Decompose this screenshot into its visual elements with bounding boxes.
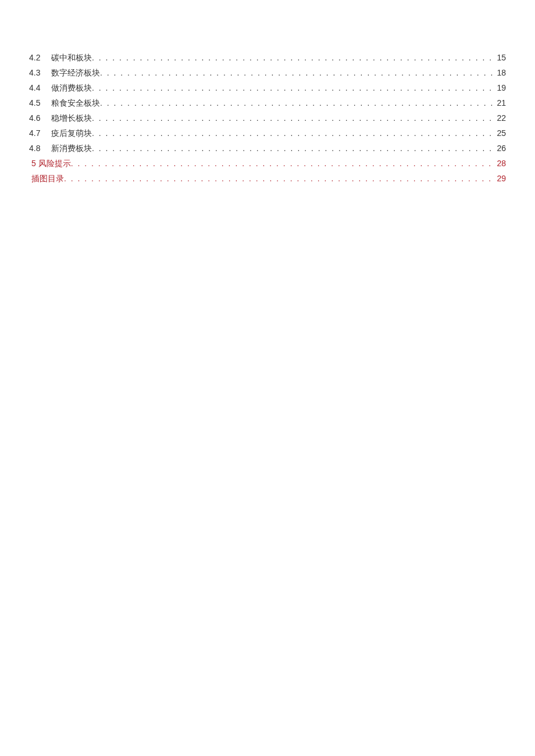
toc-title: 粮食安全板块 <box>49 95 100 110</box>
toc-entry[interactable]: 4.5 粮食安全板块 21 <box>29 95 506 110</box>
toc-entry[interactable]: 4.2 碳中和板块 15 <box>29 50 506 65</box>
toc-page-number: 25 <box>494 126 506 141</box>
toc-page-number: 26 <box>494 141 506 156</box>
toc-number: 4.8 <box>29 141 49 156</box>
toc-entry[interactable]: 4.4 做消费板块 19 <box>29 80 506 95</box>
toc-entry[interactable]: 4.3 数字经济板块 18 <box>29 65 506 80</box>
toc-leader-dots <box>100 95 494 110</box>
toc-number: 4.2 <box>29 50 49 65</box>
toc-entry-top[interactable]: 5 风险提示 28 <box>29 156 506 171</box>
toc-leader-dots <box>92 141 494 156</box>
toc-leader-dots <box>71 156 494 171</box>
toc-title: 数字经济板块 <box>49 65 100 80</box>
toc-number: 4.3 <box>29 65 49 80</box>
toc-leader-dots <box>92 110 494 126</box>
document-page: 4.2 碳中和板块 15 4.3 数字经济板块 18 4.4 做消费板块 19 … <box>0 0 535 186</box>
toc-number: 4.5 <box>29 95 49 110</box>
toc-title: 5 风险提示 <box>29 156 71 171</box>
toc-number: 4.6 <box>29 110 49 126</box>
toc-title: 新消费板块 <box>49 141 92 156</box>
toc-title: 碳中和板块 <box>49 50 92 65</box>
toc-entry[interactable]: 4.6 稳增长板块 22 <box>29 110 506 126</box>
toc-title: 疫后复萌块 <box>49 126 92 141</box>
toc-title: 做消费板块 <box>49 80 92 95</box>
toc-page-number: 22 <box>494 110 506 126</box>
toc-title: 插图目录 <box>29 171 64 186</box>
toc-page-number: 28 <box>494 156 506 171</box>
toc-entry-top[interactable]: 插图目录 29 <box>29 171 506 186</box>
toc-entry[interactable]: 4.7 疫后复萌块 25 <box>29 126 506 141</box>
toc-number: 4.7 <box>29 126 49 141</box>
toc-leader-dots <box>100 65 494 80</box>
toc-page-number: 18 <box>494 65 506 80</box>
toc-page-number: 29 <box>494 171 506 186</box>
toc-entry[interactable]: 4.8 新消费板块 26 <box>29 141 506 156</box>
toc-number: 4.4 <box>29 80 49 95</box>
toc-title: 稳增长板块 <box>49 110 92 126</box>
toc-page-number: 15 <box>494 50 506 65</box>
toc-leader-dots <box>92 126 494 141</box>
toc-leader-dots <box>92 80 494 95</box>
toc-page-number: 21 <box>494 95 506 110</box>
toc-page-number: 19 <box>494 80 506 95</box>
toc-leader-dots <box>92 50 494 65</box>
toc-leader-dots <box>64 171 494 186</box>
